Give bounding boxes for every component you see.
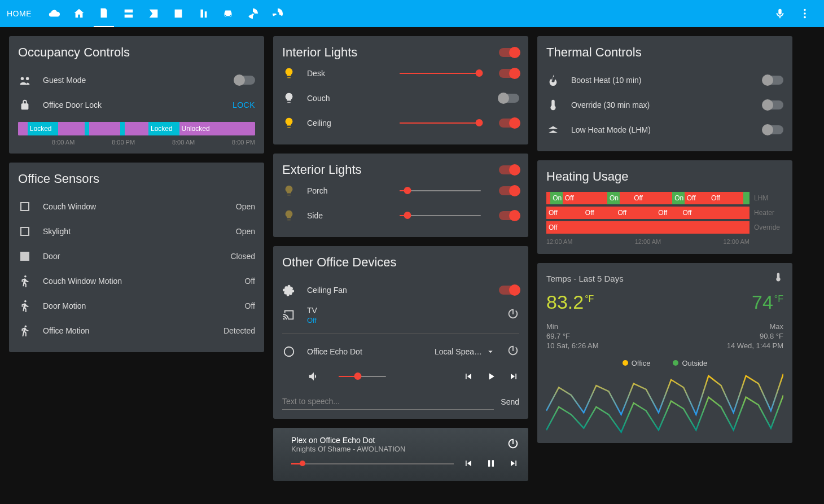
thermal-row: Boost Heat (10 min) [546, 68, 783, 93]
nav-plex-icon[interactable] [166, 0, 191, 27]
door-lock-row: Office Door Lock LOCK [18, 93, 255, 117]
nav-panel-icon[interactable] [141, 0, 166, 27]
override-toggle[interactable] [763, 100, 783, 109]
send-button[interactable]: Send [501, 397, 519, 406]
guest-mode-row: Guest Mode [18, 68, 255, 93]
sensor-row: Door Motion Off [18, 293, 255, 318]
next-icon[interactable] [508, 371, 519, 382]
media-player-card: Plex on Office Echo Dot Knights Of Shame… [273, 428, 528, 481]
tts-input[interactable] [282, 393, 494, 410]
brightness-slider[interactable] [400, 215, 481, 216]
lock-timeline[interactable]: Locked Locked Unlocked 8:00 AM 8:00 PM 8… [18, 122, 255, 144]
occupancy-card: Occupancy Controls Guest Mode Office Doo… [9, 36, 264, 154]
echo-controls [282, 364, 519, 389]
light-toggle[interactable] [499, 186, 519, 195]
brightness-slider[interactable] [400, 73, 481, 74]
pause-icon[interactable] [485, 458, 497, 469]
nav-home[interactable]: HOME [7, 9, 32, 18]
lhm-icon [546, 124, 560, 136]
heating-times: 12:00 AM 12:00 AM 12:00 AM [546, 238, 783, 245]
guest-mode-label: Guest Mode [43, 76, 223, 85]
run-icon [18, 325, 32, 337]
media-power-button[interactable] [507, 437, 519, 452]
prev-icon[interactable] [463, 458, 474, 469]
light-row: Side [282, 203, 519, 228]
volume-icon[interactable] [307, 370, 321, 383]
temps-card: Temps - Last 5 Days 83.2°F 74°F Min 69.7… [537, 263, 792, 443]
other-devices-card: Other Office Devices Ceiling Fan TV Off … [273, 246, 528, 419]
heating-bar-override[interactable]: Off [546, 221, 750, 234]
light-row: Couch [282, 86, 519, 111]
echo-power-button[interactable] [507, 344, 519, 359]
brightness-slider[interactable] [400, 190, 481, 191]
guest-mode-toggle[interactable] [235, 76, 255, 85]
window-closed-icon [18, 252, 32, 261]
window-open-icon [18, 227, 32, 236]
sensor-row: Couch Window Open [18, 194, 255, 219]
fire-icon [546, 74, 560, 86]
svg-point-2 [804, 16, 806, 19]
prev-icon[interactable] [463, 371, 474, 382]
thermal-row: Override (30 min max) [546, 93, 783, 117]
cast-icon [282, 309, 296, 321]
sensor-row: Door Closed [18, 244, 255, 269]
window-open-icon [18, 202, 32, 211]
nav-devices-icon[interactable] [191, 0, 216, 27]
door-lock-state[interactable]: LOCK [233, 100, 255, 109]
brightness-slider[interactable] [400, 122, 481, 124]
nav-car-icon[interactable] [216, 0, 240, 27]
boost-toggle[interactable] [763, 76, 783, 85]
temps-chart[interactable] [546, 372, 783, 434]
play-icon[interactable] [485, 371, 497, 382]
nav-cloud-icon[interactable] [42, 0, 67, 27]
microphone-icon[interactable] [768, 0, 792, 27]
tv-row: TV Off [282, 303, 519, 327]
fan-icon [282, 284, 296, 296]
thermal-card: Thermal Controls Boost Heat (10 min) Ove… [537, 36, 792, 151]
motion-icon [18, 300, 32, 312]
light-toggle[interactable] [499, 211, 519, 220]
media-title: Plex on Office Echo Dot [291, 436, 498, 445]
volume-slider[interactable] [339, 376, 386, 377]
door-lock-label: Office Door Lock [43, 100, 221, 109]
max-label: Max [727, 322, 783, 331]
nav-server-icon[interactable] [116, 0, 141, 27]
sensor-row: Skylight Open [18, 219, 255, 244]
sensor-row: Couch Window Motion Off [18, 269, 255, 293]
lock-icon [18, 99, 32, 111]
heating-bar-heater[interactable]: Off Off Off Off Off [546, 207, 750, 219]
media-progress[interactable] [291, 463, 454, 464]
light-row: Porch [282, 178, 519, 203]
nav-house-icon[interactable] [67, 0, 91, 27]
temps-title: Temps - Last 5 Days [546, 274, 773, 283]
nav-radiation-icon[interactable] [240, 0, 265, 27]
interior-all-toggle[interactable] [499, 48, 519, 57]
nav-office-icon[interactable] [91, 0, 116, 27]
outside-temp: 74°F [752, 291, 783, 313]
echo-row: Office Echo Dot Local Spea… [282, 339, 519, 364]
light-row: Desk [282, 61, 519, 86]
light-row: Ceiling [282, 111, 519, 135]
max-time: 14 Wed, 1:44 PM [727, 341, 783, 350]
bulb-icon [282, 185, 296, 197]
heating-bar-lhm[interactable]: On Off On Off On Off Off [546, 192, 750, 204]
people-icon [18, 74, 32, 86]
heating-title: Heating Usage [546, 169, 783, 184]
nav-radiation2-icon[interactable] [265, 0, 290, 27]
echo-source-dropdown[interactable]: Local Spea… [435, 347, 496, 357]
tv-power-button[interactable] [507, 308, 519, 322]
menu-dots-icon[interactable] [792, 0, 817, 27]
bulb-icon [282, 117, 296, 129]
heating-usage-card: Heating Usage On Off On Off On Off Off [537, 160, 792, 254]
other-title: Other Office Devices [282, 255, 519, 270]
light-toggle[interactable] [499, 94, 519, 103]
next-icon[interactable] [508, 458, 519, 469]
light-toggle[interactable] [499, 119, 519, 128]
lhm-toggle[interactable] [763, 125, 783, 134]
exterior-all-toggle[interactable] [499, 165, 519, 174]
fan-row: Ceiling Fan [282, 278, 519, 303]
fan-toggle[interactable] [499, 286, 519, 295]
bulb-icon [282, 209, 296, 222]
temps-legend: Office Outside [546, 359, 783, 367]
light-toggle[interactable] [499, 69, 519, 78]
